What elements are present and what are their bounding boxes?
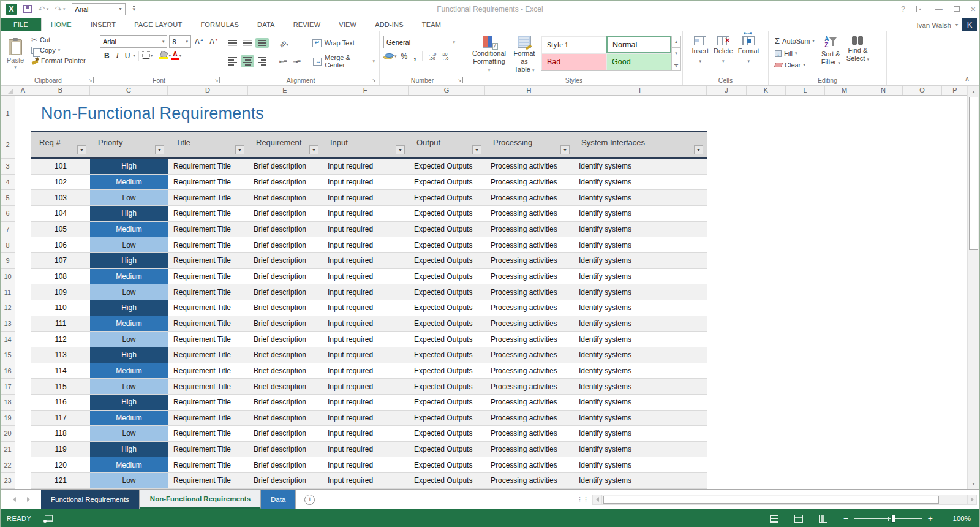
priority-cell[interactable]: Medium (90, 269, 168, 284)
cut-button[interactable]: ✂Cut (29, 35, 88, 45)
title-cell[interactable]: Requirement Title (168, 269, 248, 284)
filter-button[interactable]: ▼ (694, 145, 703, 154)
priority-cell[interactable]: Low (90, 332, 168, 347)
interfaces-cell[interactable]: Identify systems (573, 206, 707, 221)
interfaces-cell[interactable]: Identify systems (573, 347, 707, 363)
requirement-cell[interactable]: Brief description (248, 300, 322, 316)
priority-cell[interactable]: High (90, 395, 168, 410)
req-cell[interactable]: 107 (31, 253, 90, 268)
interfaces-cell[interactable]: Identify systems (573, 442, 707, 457)
processing-cell[interactable]: Processing activities (485, 206, 573, 221)
borders-button[interactable] (142, 51, 150, 59)
fill-color-button[interactable] (159, 51, 168, 59)
row-number-17[interactable]: 17 (1, 379, 15, 395)
font-size-select[interactable]: 8▾ (169, 35, 191, 48)
input-cell[interactable]: Input required (322, 175, 409, 190)
priority-cell[interactable]: High (90, 206, 168, 221)
sort-filter-button[interactable]: AZ Sort &Filter ▾ (820, 35, 842, 75)
filter-button[interactable]: ▼ (560, 145, 570, 154)
priority-cell[interactable]: Low (90, 284, 168, 300)
column-header-p[interactable]: P (942, 86, 968, 95)
h-scrollbar[interactable] (592, 492, 977, 507)
align-center-button[interactable] (241, 55, 254, 67)
requirement-cell[interactable]: Brief description (248, 395, 322, 410)
title-cell[interactable]: Requirement Title (168, 300, 248, 316)
processing-cell[interactable]: Processing activities (485, 411, 573, 426)
row-number-2[interactable]: 2 (1, 131, 15, 159)
title-cell[interactable]: Requirement Title (168, 332, 248, 347)
req-cell[interactable]: 114 (31, 363, 90, 379)
user-avatar[interactable]: K (962, 18, 977, 31)
priority-cell[interactable]: Low (90, 190, 168, 205)
row-number-6[interactable]: 6 (1, 206, 15, 222)
output-cell[interactable]: Expected Outputs (409, 457, 485, 472)
gallery-more-button[interactable]: ▬▼ (672, 59, 680, 70)
priority-cell[interactable]: Medium (90, 457, 168, 472)
title-cell[interactable]: Requirement Title (168, 206, 248, 221)
delete-cells-button[interactable]: Delete ▾ (712, 34, 735, 75)
requirement-cell[interactable]: Brief description (248, 473, 322, 488)
column-header-n[interactable]: N (864, 86, 903, 95)
row-number-7[interactable]: 7 (1, 222, 15, 238)
output-cell[interactable]: Expected Outputs (409, 269, 485, 284)
chevron-down-icon[interactable]: ▾ (394, 54, 397, 59)
processing-cell[interactable]: Processing activities (485, 175, 573, 190)
priority-cell[interactable]: Medium (90, 316, 168, 332)
ribbon-collapse-button[interactable]: ∧ (965, 75, 970, 83)
interfaces-cell[interactable]: Identify systems (573, 175, 707, 190)
title-cell[interactable]: Requirement Title (168, 253, 248, 268)
requirement-cell[interactable]: Brief description (248, 269, 322, 284)
processing-cell[interactable]: Processing activities (485, 316, 573, 332)
sheet-tab-non-functional-requirements[interactable]: Non-Functional Requirements (140, 490, 261, 509)
interfaces-cell[interactable]: Identify systems (573, 284, 707, 300)
title-cell[interactable]: Requirement Title (168, 457, 248, 472)
column-header-o[interactable]: O (903, 86, 942, 95)
ribbon-display-options-button[interactable]: ▴ (916, 6, 924, 12)
comma-style-button[interactable]: , (412, 51, 418, 61)
output-cell[interactable]: Expected Outputs (409, 253, 485, 268)
output-cell[interactable]: Expected Outputs (409, 442, 485, 457)
req-cell[interactable]: 109 (31, 284, 90, 300)
row-number-20[interactable]: 20 (1, 426, 15, 442)
input-cell[interactable]: Input required (322, 426, 409, 441)
title-cell[interactable]: Requirement Title (168, 442, 248, 457)
row-number-14[interactable]: 14 (1, 332, 15, 347)
h-scroll-right-button[interactable] (967, 495, 977, 505)
number-dialog-launcher[interactable]: ↘ (457, 77, 463, 83)
requirement-cell[interactable]: Brief description (248, 159, 322, 174)
priority-cell[interactable]: Low (90, 473, 168, 488)
zoom-in-button[interactable]: + (928, 515, 933, 522)
autosum-button[interactable]: ΣAutoSum▾ (772, 35, 817, 47)
interfaces-cell[interactable]: Identify systems (573, 222, 707, 237)
requirement-cell[interactable]: Brief description (248, 237, 322, 252)
processing-cell[interactable]: Processing activities (485, 347, 573, 363)
underline-button[interactable]: U (123, 50, 133, 61)
increase-decimal-button[interactable]: ←.0.00 (427, 51, 437, 61)
sheet-tab-functional-requirements[interactable]: Functional Requirements (41, 490, 140, 509)
req-cell[interactable]: 113 (31, 347, 90, 363)
view-normal-button[interactable] (770, 515, 778, 523)
column-header-h[interactable]: H (485, 86, 573, 95)
filter-button[interactable]: ▼ (155, 145, 164, 154)
input-cell[interactable]: Input required (322, 411, 409, 426)
input-cell[interactable]: Input required (322, 206, 409, 221)
requirement-cell[interactable]: Brief description (248, 363, 322, 379)
row-number-12[interactable]: 12 (1, 300, 15, 316)
title-cell[interactable]: Requirement Title (168, 237, 248, 252)
req-cell[interactable]: 117 (31, 411, 90, 426)
processing-cell[interactable]: Processing activities (485, 237, 573, 252)
processing-cell[interactable]: Processing activities (485, 395, 573, 410)
row-number-19[interactable]: 19 (1, 411, 15, 427)
processing-cell[interactable]: Processing activities (485, 332, 573, 347)
interfaces-cell[interactable]: Identify systems (573, 457, 707, 472)
processing-cell[interactable]: Processing activities (485, 473, 573, 488)
output-cell[interactable]: Expected Outputs (409, 284, 485, 300)
req-cell[interactable]: 115 (31, 379, 90, 394)
processing-cell[interactable]: Processing activities (485, 363, 573, 379)
view-page-layout-button[interactable] (794, 515, 803, 523)
output-cell[interactable]: Expected Outputs (409, 426, 485, 441)
priority-cell[interactable]: Medium (90, 222, 168, 237)
sheet-nav-right-button[interactable] (27, 497, 30, 502)
requirement-cell[interactable]: Brief description (248, 457, 322, 472)
input-cell[interactable]: Input required (322, 300, 409, 316)
